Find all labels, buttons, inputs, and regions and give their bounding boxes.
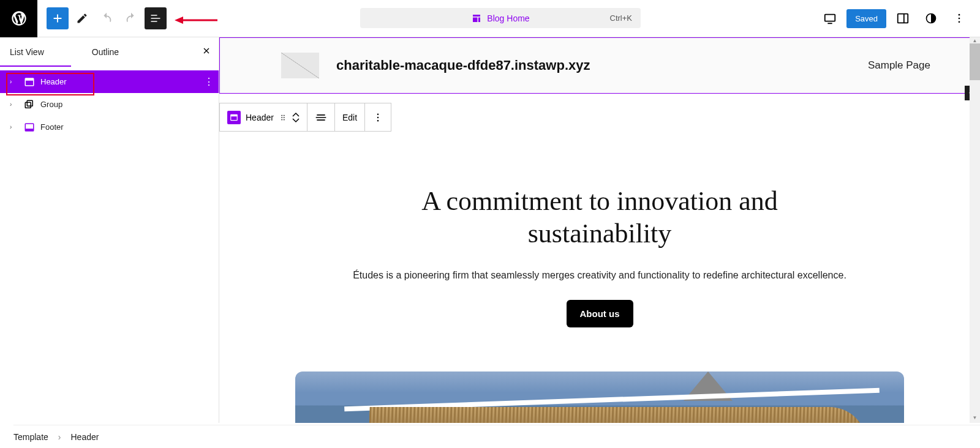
plus-icon [51, 12, 64, 25]
svg-rect-3 [898, 14, 908, 23]
svg-rect-14 [25, 129, 34, 131]
block-breadcrumb: Template › Header [13, 425, 980, 448]
svg-point-21 [281, 119, 282, 120]
block-type-label: Header [246, 113, 274, 122]
svg-point-22 [284, 119, 285, 120]
site-title[interactable]: charitable-macaque-dfde87.instawp.xyz [336, 58, 590, 73]
toolbar-left [47, 7, 167, 29]
sidebar-icon [896, 12, 910, 25]
editor-canvas: charitable-macaque-dfde87.instawp.xyz Sa… [219, 37, 980, 423]
svg-rect-12 [25, 102, 31, 108]
more-vertical-icon [372, 112, 383, 123]
settings-sidebar-button[interactable] [891, 7, 914, 30]
drag-handle-icon[interactable] [279, 113, 287, 122]
svg-point-17 [281, 114, 282, 116]
svg-point-25 [377, 120, 379, 121]
hero-image[interactable] [295, 371, 904, 423]
nav-link-sample-page[interactable]: Sample Page [868, 59, 930, 72]
svg-rect-2 [825, 15, 835, 21]
edit-template-button[interactable]: Edit [335, 103, 365, 131]
scroll-down-icon: ▼ [970, 413, 980, 423]
editor-top-bar: Blog Home Ctrl+K Saved [0, 0, 980, 37]
chevron-right-icon: › [10, 78, 20, 85]
close-sidebar-button[interactable] [202, 46, 211, 59]
block-tree: › Header ⋮ › Group › Footer [0, 67, 219, 138]
hero-heading[interactable]: A commitment to innovation andsustainabi… [256, 185, 943, 250]
svg-point-23 [377, 113, 379, 114]
close-icon [202, 46, 211, 56]
scrollbar-thumb[interactable] [970, 43, 980, 80]
main-content: List View Outline › Header ⋮ › Group › [0, 37, 980, 423]
header-template-part[interactable]: charitable-macaque-dfde87.instawp.xyz Sa… [219, 37, 980, 94]
svg-point-18 [284, 114, 285, 116]
scroll-up-icon: ▲ [970, 37, 980, 43]
tree-item-group[interactable]: › Group [0, 93, 219, 116]
save-button[interactable]: Saved [846, 9, 886, 28]
footer-block-icon [23, 121, 36, 133]
template-name: Blog Home [487, 13, 529, 23]
document-title-bar[interactable]: Blog Home Ctrl+K [360, 8, 641, 28]
tree-item-label: Group [40, 100, 62, 109]
document-title-content: Blog Home [471, 13, 529, 24]
tab-list-view[interactable]: List View [0, 37, 54, 67]
view-button[interactable] [818, 7, 842, 30]
alignment-button[interactable] [307, 103, 335, 131]
svg-point-8 [959, 21, 960, 23]
block-options-button[interactable] [365, 103, 391, 131]
list-view-icon [149, 12, 162, 24]
site-logo-placeholder[interactable] [281, 53, 319, 78]
breadcrumb-separator-icon: › [58, 432, 61, 442]
svg-rect-10 [25, 78, 34, 81]
tab-outline[interactable]: Outline [82, 37, 129, 67]
svg-point-6 [959, 14, 960, 16]
command-shortcut: Ctrl+K [610, 13, 632, 23]
annotation-arrow [175, 15, 217, 25]
template-icon [471, 13, 482, 24]
tree-item-label: Footer [40, 122, 64, 132]
styles-icon [925, 12, 937, 24]
svg-point-7 [959, 18, 960, 20]
tree-item-options[interactable]: ⋮ [204, 76, 214, 88]
document-overview-button[interactable] [145, 7, 167, 29]
wordpress-logo[interactable] [0, 0, 37, 37]
more-vertical-icon [953, 12, 965, 24]
toolbar-right: Saved [818, 7, 971, 30]
svg-point-24 [377, 116, 379, 118]
tree-item-header[interactable]: › Header ⋮ [0, 70, 219, 93]
chevron-up-icon [292, 112, 300, 117]
canvas-scrollbar[interactable]: ▲ ▼ [970, 37, 980, 423]
styles-button[interactable] [919, 7, 943, 30]
breadcrumb-current[interactable]: Header [70, 432, 99, 442]
add-block-button[interactable] [47, 7, 69, 29]
chevron-down-icon [292, 118, 300, 123]
svg-point-19 [281, 117, 282, 118]
block-type-button[interactable]: Header [220, 103, 307, 131]
svg-marker-1 [175, 17, 183, 24]
hero-cta-button[interactable]: About us [567, 300, 633, 327]
header-block-icon [23, 76, 36, 88]
document-overview-sidebar: List View Outline › Header ⋮ › Group › [0, 37, 219, 423]
tree-item-label: Header [40, 77, 67, 86]
chevron-right-icon: › [10, 101, 20, 108]
hero-paragraph[interactable]: Études is a pioneering firm that seamles… [256, 267, 943, 283]
undo-button[interactable] [96, 7, 118, 29]
header-block-icon [227, 111, 241, 124]
undo-icon [100, 12, 113, 25]
wordpress-icon [10, 10, 28, 27]
edit-tool-button[interactable] [71, 7, 93, 29]
breadcrumb-root[interactable]: Template [13, 432, 48, 442]
desktop-icon [823, 12, 837, 25]
sidebar-tabs: List View Outline [0, 37, 219, 67]
align-wide-icon [315, 111, 327, 124]
svg-rect-16 [231, 114, 238, 116]
group-block-icon [23, 99, 36, 111]
pencil-icon [76, 12, 88, 24]
tree-item-footer[interactable]: › Footer [0, 116, 219, 138]
svg-point-20 [284, 117, 285, 118]
block-mover[interactable] [292, 112, 300, 123]
block-toolbar: Header Edit [219, 103, 391, 132]
options-button[interactable] [948, 7, 971, 30]
redo-icon [124, 12, 138, 25]
svg-rect-11 [27, 100, 32, 106]
redo-button[interactable] [120, 7, 142, 29]
